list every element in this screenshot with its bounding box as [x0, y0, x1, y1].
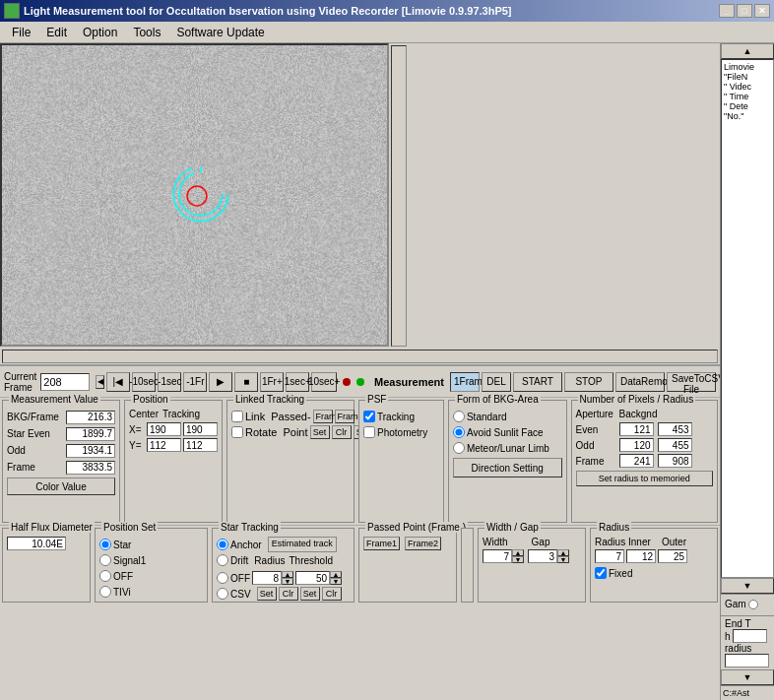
pos-y-center[interactable]: [147, 438, 181, 452]
back-1sec-btn[interactable]: -1sec: [158, 372, 181, 392]
fwd-1sec-btn[interactable]: 1sec+: [286, 372, 309, 392]
menu-edit[interactable]: Edit: [38, 24, 75, 41]
half-flux-value[interactable]: [7, 537, 66, 550]
st-csv-radio[interactable]: [217, 588, 228, 600]
scroll-down-btn[interactable]: ▼: [721, 578, 774, 594]
pos-y-tracking[interactable]: [183, 438, 218, 452]
point-label: Point: [283, 426, 307, 438]
info-line-3: " Videc: [724, 82, 771, 92]
st-set-btn[interactable]: Set: [257, 587, 277, 601]
px-even-aperture[interactable]: [619, 422, 654, 436]
stop-btn[interactable]: ■: [234, 372, 258, 392]
radius-right-input[interactable]: [725, 654, 769, 668]
menu-option[interactable]: Option: [75, 24, 125, 41]
linked-set-btn[interactable]: Set: [310, 425, 330, 439]
px-even-backgnd[interactable]: [658, 422, 692, 436]
first-frame-btn[interactable]: |◀: [106, 372, 130, 392]
maximize-btn[interactable]: □: [737, 4, 752, 18]
width-down-btn[interactable]: ▼: [512, 556, 524, 563]
position-set-label: Position Set: [101, 522, 158, 533]
inner-val-input[interactable]: [626, 549, 656, 563]
endt-input[interactable]: [733, 629, 767, 643]
path-text: C:#Ast: [721, 685, 774, 700]
pos-signal1-radio[interactable]: [99, 554, 111, 566]
linked-frame2-btn[interactable]: Frame2: [335, 410, 355, 423]
save-csv-btn[interactable]: SaveToCSV-File: [667, 372, 716, 392]
rotate-checkbox[interactable]: [231, 426, 243, 438]
set-radius-btn[interactable]: Set radius to memoried: [576, 471, 713, 486]
st-off-radio[interactable]: [217, 572, 228, 584]
menu-software-update[interactable]: Software Update: [168, 24, 272, 41]
1frame-btn[interactable]: 1Frame: [450, 372, 480, 392]
pixels-label: Number of Pixels / Radius: [578, 394, 696, 405]
radius-vals-label: Radius: [597, 522, 631, 533]
radius-val-input[interactable]: [595, 549, 624, 563]
pos-off-radio[interactable]: [99, 570, 111, 582]
px-odd-backgnd[interactable]: [658, 438, 692, 452]
px-frame-backgnd[interactable]: [658, 454, 692, 468]
back-10sec-btn[interactable]: -10sec: [132, 372, 156, 392]
pos-x-tracking[interactable]: [183, 422, 218, 436]
threshold-down-btn[interactable]: ▼: [330, 578, 342, 585]
menu-file[interactable]: File: [4, 24, 38, 41]
radius-up-btn[interactable]: ▲: [282, 571, 293, 578]
minimize-btn[interactable]: _: [719, 4, 735, 18]
color-value-btn[interactable]: Color Value: [7, 477, 115, 495]
scroll-left-btn[interactable]: ◀: [96, 375, 104, 389]
direction-setting-btn[interactable]: Direction Setting: [453, 458, 562, 477]
pos-tivi-radio[interactable]: [99, 586, 111, 598]
pos-star-radio[interactable]: [99, 539, 111, 550]
start-btn[interactable]: START: [513, 372, 562, 392]
passed-frame1-btn[interactable]: Frame1: [363, 537, 400, 550]
horiz-scrollbar[interactable]: [2, 350, 718, 363]
gap-up-btn[interactable]: ▲: [557, 549, 569, 556]
bkg-standard-radio[interactable]: [453, 411, 465, 422]
st-set2-btn[interactable]: Set: [300, 587, 320, 601]
data-remove-btn[interactable]: DataRemove: [615, 372, 665, 392]
play-btn[interactable]: ▶: [209, 372, 232, 392]
bkg-avoid-radio[interactable]: [453, 426, 465, 438]
st-anchor-radio[interactable]: [217, 539, 228, 550]
width-up-btn[interactable]: ▲: [512, 549, 524, 556]
outer-val-input[interactable]: [658, 549, 687, 563]
scroll-up-btn[interactable]: ▲: [721, 43, 774, 59]
gap-down-btn[interactable]: ▼: [557, 556, 569, 563]
st-clr2-btn[interactable]: Clr: [322, 587, 342, 601]
fwd-10sec-btn[interactable]: 10sec+: [311, 372, 337, 392]
stop-btn[interactable]: STOP: [564, 372, 613, 392]
close-btn[interactable]: ✕: [754, 4, 770, 18]
menu-tools[interactable]: Tools: [125, 24, 168, 41]
bkg-meteor-radio[interactable]: [453, 442, 465, 454]
frame-input[interactable]: [40, 373, 90, 391]
gap-spinner: ▲ ▼: [528, 549, 569, 563]
radius-spinner: ▲ ▼: [252, 571, 293, 585]
half-flux-label: Half Flux Diameter: [9, 522, 95, 533]
psf-tracking-check[interactable]: [363, 411, 375, 422]
link-checkbox[interactable]: [231, 411, 243, 422]
vertical-scrollbar[interactable]: [391, 45, 407, 347]
back-frame-btn[interactable]: -1Fr: [183, 372, 207, 392]
psf-photometry-check[interactable]: [363, 426, 375, 438]
fwd-frame-btn[interactable]: 1Fr+: [260, 372, 284, 392]
del-btn[interactable]: DEL: [482, 372, 511, 392]
threshold-input[interactable]: [295, 571, 330, 585]
scroll-bottom-btn[interactable]: ▼: [721, 669, 774, 685]
fixed-checkbox[interactable]: [595, 567, 607, 579]
width-input[interactable]: [483, 549, 512, 563]
st-drift-radio[interactable]: [217, 554, 228, 566]
pixels-panel: Number of Pixels / Radius Aperture Backg…: [571, 400, 718, 523]
linked-clr-btn[interactable]: Clr: [332, 425, 352, 439]
radius-down-btn[interactable]: ▼: [282, 578, 293, 585]
px-odd-aperture[interactable]: [619, 438, 654, 452]
gap-input[interactable]: [528, 549, 557, 563]
passed-frame2-btn[interactable]: Frame2: [405, 537, 441, 550]
px-frame-aperture[interactable]: [619, 454, 654, 468]
radius-input[interactable]: [252, 571, 282, 585]
threshold-up-btn[interactable]: ▲: [330, 571, 342, 578]
star-even-label: Star Even: [7, 428, 64, 439]
gamma-radio[interactable]: [748, 600, 758, 609]
linked-frame1-btn[interactable]: Frame1: [313, 410, 333, 423]
st-clr-btn[interactable]: Clr: [279, 587, 298, 601]
pos-x-center[interactable]: [147, 422, 181, 436]
width-spinner: ▲ ▼: [483, 549, 524, 563]
